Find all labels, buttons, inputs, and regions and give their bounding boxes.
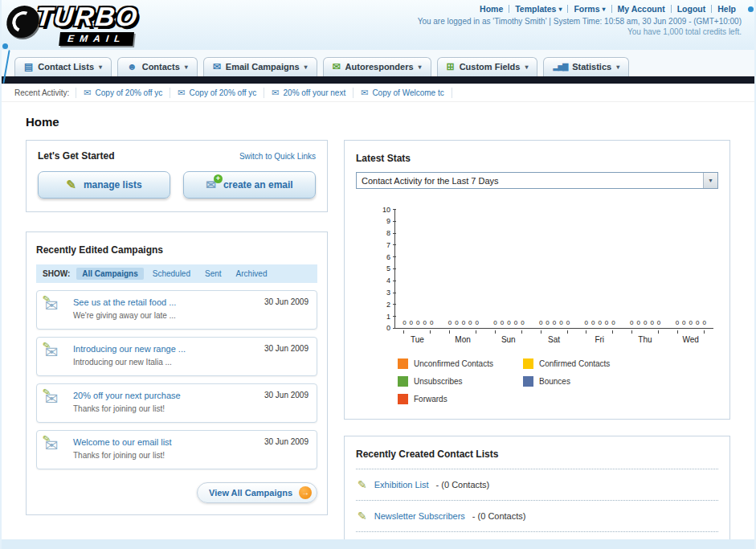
campaigns-panel-title: Recently Edited Campaigns [36, 244, 163, 256]
campaign-icon: ✉ ✎ [45, 437, 64, 461]
campaign-row[interactable]: ✉ ✎ 20% off your next purchase Thanks fo… [36, 383, 317, 423]
view-all-campaigns-label: View All Campaigns [209, 488, 292, 498]
value-label: 0 [598, 319, 601, 326]
y-tick: 8 [366, 230, 395, 237]
select-arrow-icon: ▼ [703, 173, 717, 188]
speedometer-icon [5, 6, 40, 38]
recent-activity-item[interactable]: ✉ Copy of Welcome tc [353, 88, 452, 98]
manage-lists-button[interactable]: ✎ manage lists [38, 171, 170, 199]
switch-quick-links-link[interactable]: Switch to Quick Links [239, 152, 316, 161]
value-label: 0 [657, 319, 660, 326]
top-link-help[interactable]: Help [712, 4, 742, 14]
chart-group-values: 00000 [668, 319, 713, 326]
chart-group-values: 00000 [486, 319, 532, 326]
value-label: 0 [416, 319, 419, 326]
chevron-down-icon: ▾ [185, 64, 188, 71]
legend-item: Unconfirmed Contacts [398, 358, 523, 369]
stats-panel-title: Latest Stats [356, 153, 411, 164]
campaign-row[interactable]: ✉ ✎ Introducing our new range ... Introd… [36, 337, 317, 376]
campaign-title-link[interactable]: 20% off your next purchase [73, 391, 181, 400]
campaign-row[interactable]: ✉ ✎ Welcome to our email list Thanks for… [36, 430, 317, 469]
chart-group-values: 00000 [441, 319, 487, 326]
filter-sent[interactable]: Sent [199, 268, 227, 280]
chart-legend: Unconfirmed ContactsConfirmed ContactsUn… [398, 358, 713, 404]
chart-groups: 00000000000000000000000000000000000 [395, 319, 713, 326]
tab-statistics[interactable]: ▂▅▇ Statistics ▾ [543, 57, 629, 76]
arrow-right-icon: → [299, 486, 312, 499]
value-label: 0 [611, 319, 615, 326]
session-info: You are logged in as 'Timothy Smith' | S… [418, 17, 742, 26]
x-tick-label: Sun [485, 330, 531, 344]
filter-archived[interactable]: Archived [231, 268, 273, 280]
value-label: 0 [566, 319, 570, 326]
top-link-templates[interactable]: Templates▾ [509, 4, 567, 14]
y-tick: 2 [366, 301, 395, 308]
value-label: 0 [539, 319, 542, 326]
value-label: 0 [689, 319, 693, 326]
tab-contacts[interactable]: ☻ Contacts ▾ [117, 57, 198, 76]
contact-list-link[interactable]: Exhibition List [374, 480, 429, 490]
view-all-campaigns-button[interactable]: View All Campaigns → [197, 482, 317, 503]
tab-autoresponders[interactable]: ✉ Autoresponders ▾ [323, 57, 431, 76]
chart-group-values: 00000 [395, 319, 441, 326]
value-label: 0 [403, 319, 406, 326]
campaign-title-link[interactable]: Welcome to our email list [73, 437, 172, 447]
legend-swatch [398, 394, 408, 404]
campaign-date: 30 Jun 2009 [264, 297, 309, 306]
tab-contact-lists[interactable]: ▤ Contact Lists ▾ [14, 57, 112, 76]
footer-band [2, 539, 754, 549]
top-nav: Home Templates▾ Forms▾ My Account Logout… [418, 4, 742, 14]
value-label: 0 [696, 319, 699, 326]
y-tick: 9 [366, 218, 395, 225]
tab-custom-fields[interactable]: ⊞ Custom Fields ▾ [437, 57, 538, 76]
campaign-row[interactable]: ✉ ✎ See us at the retail food ... We're … [36, 290, 317, 330]
top-link-logout[interactable]: Logout [672, 4, 712, 14]
contact-lists-list: ✎ Exhibition List - (0 Contacts) ✎ Newsl… [356, 469, 718, 532]
campaign-title-link[interactable]: See us at the retail food ... [73, 297, 176, 307]
contact-list-link[interactable]: Newsletter Subscribers [374, 511, 465, 521]
x-tick-label: Fri [577, 330, 623, 344]
manage-lists-label: manage lists [84, 179, 142, 191]
campaign-filter-bar: SHOW: All Campaigns Scheduled Sent Archi… [36, 264, 317, 283]
main-content: Home Let's Get Started Switch to Quick L… [2, 102, 754, 549]
pencil-icon: ✎ [66, 178, 76, 192]
top-link-forms[interactable]: Forms▾ [568, 4, 611, 14]
value-label: 0 [584, 319, 587, 326]
pencil-icon: ✎ [358, 478, 367, 491]
envelope-plus-icon: ✉ + [206, 178, 216, 192]
contact-list-row[interactable]: ✎ Newsletter Subscribers - (0 Contacts) [356, 501, 718, 532]
legend-label: Confirmed Contacts [539, 359, 610, 368]
credits-info: You have 1,000 total credits left. [418, 27, 742, 36]
envelope-icon: ✉ [272, 88, 279, 98]
legend-label: Forwards [414, 395, 447, 404]
stats-period-select[interactable]: Contact Activity for the Last 7 Days ▼ [356, 172, 718, 189]
recent-activity-item[interactable]: ✉ Copy of 20% off yc [76, 88, 170, 98]
page: TURBO EMAIL Home Templates▾ Forms▾ My Ac… [0, 0, 756, 549]
x-tick-label: Sat [531, 330, 577, 344]
filter-all-campaigns[interactable]: All Campaigns [76, 268, 143, 280]
value-label: 0 [559, 319, 562, 326]
x-tick-label: Mon [440, 330, 486, 344]
activity-item-label: Copy of 20% off yc [190, 88, 257, 97]
pencil-icon: ✎ [42, 432, 52, 445]
create-email-button[interactable]: ✉ + create an email [183, 171, 316, 199]
value-label: 0 [682, 319, 685, 326]
recent-activity-item[interactable]: ✉ Copy of 20% off yc [170, 88, 264, 98]
contact-list-row[interactable]: ✎ Exhibition List - (0 Contacts) [356, 469, 718, 501]
tab-email-campaigns[interactable]: ✉ Email Campaigns ▾ [203, 57, 317, 76]
value-label: 0 [507, 319, 510, 326]
legend-swatch [523, 358, 533, 369]
chart-x-axis: TueMonSunSatFriThuWed [394, 330, 713, 344]
chevron-down-icon: ▾ [616, 64, 619, 71]
legend-label: Unconfirmed Contacts [414, 359, 493, 368]
recent-activity-item[interactable]: ✉ 20% off your next [264, 88, 353, 98]
filter-scheduled[interactable]: Scheduled [147, 268, 196, 280]
legend-item: Confirmed Contacts [523, 358, 648, 369]
campaign-title-link[interactable]: Introducing our new range ... [73, 344, 186, 354]
y-tick: 3 [366, 289, 395, 297]
chart-group-values: 00000 [623, 319, 668, 326]
top-link-my-account[interactable]: My Account [612, 4, 671, 14]
contact-list-count: - (0 Contacts) [472, 511, 526, 521]
top-link-home[interactable]: Home [474, 4, 509, 14]
value-label: 0 [455, 319, 458, 326]
